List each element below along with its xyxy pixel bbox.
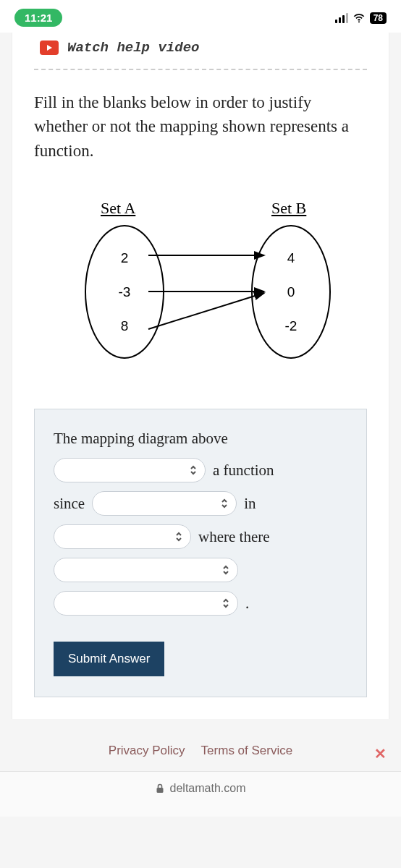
set-a-label: Set A bbox=[101, 199, 135, 218]
chevron-up-down-icon bbox=[174, 530, 183, 543]
wifi-icon bbox=[353, 12, 366, 25]
set-b-label: Set B bbox=[271, 199, 306, 218]
chevron-up-down-icon bbox=[189, 464, 198, 477]
chevron-up-down-icon bbox=[221, 563, 230, 576]
url-text: deltamath.com bbox=[170, 782, 246, 795]
answer-text: where there bbox=[198, 528, 270, 546]
mapping-diagram: Set A Set B 2 -3 8 4 0 -2 bbox=[63, 199, 338, 373]
set-b-value: 4 bbox=[287, 250, 295, 266]
set-a-value: -3 bbox=[119, 284, 131, 300]
set-a-value: 8 bbox=[121, 318, 129, 334]
terms-of-service-link[interactable]: Terms of Service bbox=[201, 744, 293, 758]
status-bar: 11:21 78 bbox=[0, 0, 401, 33]
question-prompt: Fill in the blanks below in order to jus… bbox=[34, 90, 367, 163]
privacy-policy-link[interactable]: Privacy Policy bbox=[109, 744, 185, 758]
answer-text: a function bbox=[213, 461, 274, 480]
answer-box: The mapping diagram above a function sin… bbox=[34, 409, 367, 697]
answer-select-3[interactable] bbox=[54, 524, 191, 549]
answer-select-1[interactable] bbox=[54, 458, 206, 482]
answer-select-4[interactable] bbox=[54, 558, 238, 582]
answer-text: since bbox=[54, 495, 85, 513]
answer-select-2[interactable] bbox=[92, 491, 237, 516]
answer-text: . bbox=[245, 595, 249, 613]
lock-icon bbox=[156, 783, 164, 793]
chevron-up-down-icon bbox=[221, 597, 230, 610]
battery-badge: 78 bbox=[370, 12, 387, 24]
submit-answer-button[interactable]: Submit Answer bbox=[54, 642, 164, 676]
answer-intro: The mapping diagram above bbox=[54, 430, 347, 448]
browser-url-bar[interactable]: deltamath.com bbox=[0, 771, 401, 817]
svg-line-3 bbox=[148, 293, 264, 329]
play-icon bbox=[40, 41, 59, 55]
chevron-up-down-icon bbox=[220, 497, 229, 510]
watch-help-label: Watch help video bbox=[67, 40, 199, 56]
set-b-value: -2 bbox=[285, 318, 297, 334]
status-right: 78 bbox=[335, 12, 387, 25]
status-time: 11:21 bbox=[14, 9, 62, 27]
close-icon[interactable]: ✕ bbox=[374, 745, 387, 762]
set-b-value: 0 bbox=[287, 284, 295, 300]
svg-point-0 bbox=[358, 21, 360, 22]
footer-links: Privacy Policy Terms of Service ✕ bbox=[0, 719, 401, 771]
answer-text: in bbox=[244, 495, 256, 513]
cellular-icon bbox=[335, 13, 348, 23]
svg-rect-4 bbox=[156, 788, 163, 793]
answer-select-5[interactable] bbox=[54, 591, 238, 616]
page-content: Watch help video Fill in the blanks belo… bbox=[12, 33, 389, 719]
watch-help-video-link[interactable]: Watch help video bbox=[34, 33, 367, 70]
mapping-arrows bbox=[143, 225, 273, 359]
set-a-value: 2 bbox=[121, 250, 129, 266]
